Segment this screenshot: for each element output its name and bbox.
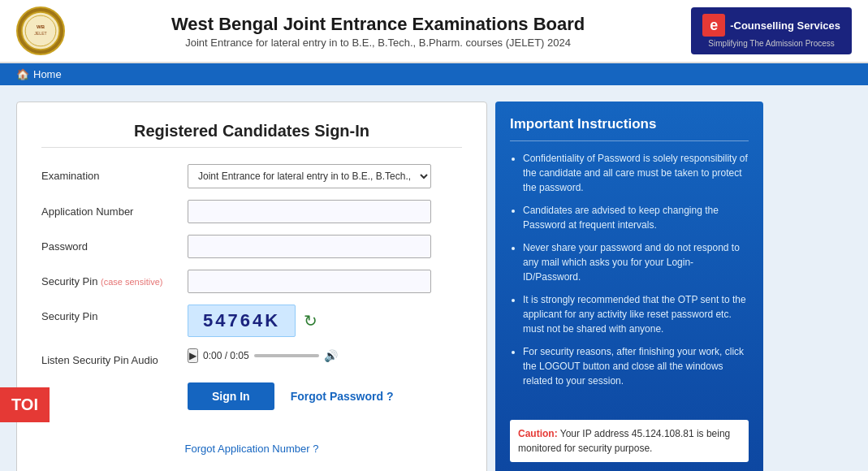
security-pin-display-label: Security Pin — [41, 305, 188, 322]
password-input[interactable] — [188, 235, 431, 258]
list-item: For security reasons, after finishing yo… — [523, 344, 749, 388]
main-content: Registered Candidates Sign-In Examinatio… — [0, 85, 868, 471]
app-number-input[interactable] — [188, 200, 431, 223]
header-title-block: West Bengal Joint Entrance Examinations … — [65, 14, 691, 49]
audio-progress-bar[interactable] — [254, 354, 319, 357]
svg-text:JELET: JELET — [34, 31, 47, 36]
brand-top: e -Counselling Services — [702, 14, 840, 37]
home-link[interactable]: 🏠 Home — [16, 68, 62, 80]
security-pin-display-row: Security Pin 54764K ↻ — [41, 305, 462, 337]
signin-button[interactable]: Sign In — [188, 382, 274, 410]
brand-sub: Simplifying The Admission Process — [708, 39, 834, 48]
brand-name: -Counselling Services — [730, 19, 840, 32]
nav-bar: 🏠 Home — [0, 63, 868, 85]
password-row: Password — [41, 235, 462, 258]
security-pin-value: 54764K — [188, 305, 296, 337]
caution-box: Caution: Your IP address 45.124.108.81 i… — [510, 420, 749, 462]
instructions-divider — [510, 140, 749, 141]
exam-label: Examination — [41, 164, 188, 182]
caution-label: Caution: — [518, 428, 558, 439]
svg-text:WB: WB — [37, 24, 45, 29]
app-number-input-wrapper[interactable] — [188, 200, 431, 223]
forgot-password-button[interactable]: Forgot Password ? — [291, 390, 394, 403]
list-item: It is strongly recommended that the OTP … — [523, 292, 749, 336]
audio-player: ▶ 0:00 / 0:05 🔊 — [188, 348, 338, 363]
board-subtitle: Joint Entrance for lateral entry in to B… — [65, 37, 691, 49]
board-logo: WB JELET — [16, 6, 65, 55]
signin-title: Registered Candidates Sign-In — [41, 122, 462, 148]
exam-select[interactable]: Joint Entrance for lateral entry in to B… — [188, 164, 431, 188]
volume-icon[interactable]: 🔊 — [324, 349, 338, 362]
refresh-pin-button[interactable]: ↻ — [304, 311, 317, 331]
app-number-row: Application Number — [41, 200, 462, 223]
play-audio-button[interactable]: ▶ — [188, 348, 198, 363]
listen-audio-label: Listen Security Pin Audio — [41, 348, 188, 366]
security-pin-input-row: Security Pin (case sensitive) — [41, 270, 462, 293]
exam-select-wrapper[interactable]: Joint Entrance for lateral entry in to B… — [188, 164, 431, 188]
list-item: Candidates are advised to keep changing … — [523, 203, 749, 232]
home-icon: 🏠 — [16, 68, 29, 80]
security-pin-sub-label: (case sensitive) — [101, 277, 162, 287]
security-pin-display: 54764K ↻ — [188, 305, 317, 337]
brand-e-letter: e — [702, 14, 725, 37]
security-pin-input-label: Security Pin (case sensitive) — [41, 270, 188, 287]
page-header: WB JELET West Bengal Joint Entrance Exam… — [0, 0, 868, 63]
security-pin-input[interactable] — [188, 270, 431, 293]
password-input-wrapper[interactable] — [188, 235, 431, 258]
exam-row: Examination Joint Entrance for lateral e… — [41, 164, 462, 188]
board-title: West Bengal Joint Entrance Examinations … — [65, 14, 691, 35]
forgot-app-number-link[interactable]: Forgot Application Number ? — [41, 443, 462, 455]
instructions-panel: Important Instructions Confidentiality o… — [495, 102, 763, 471]
instructions-list: Confidentiality of Password is solely re… — [510, 151, 749, 410]
security-pin-input-wrapper[interactable] — [188, 270, 431, 293]
header-logo: WB JELET — [16, 6, 65, 55]
password-label: Password — [41, 235, 188, 253]
instructions-title: Important Instructions — [510, 116, 749, 132]
form-buttons-row: Sign In Forgot Password ? — [41, 382, 462, 410]
signin-panel: Registered Candidates Sign-In Examinatio… — [16, 102, 487, 471]
home-label: Home — [33, 68, 62, 80]
brand-block: e -Counselling Services Simplifying The … — [691, 7, 852, 54]
listen-audio-row: Listen Security Pin Audio ▶ 0:00 / 0:05 … — [41, 348, 462, 366]
audio-time: 0:00 / 0:05 — [203, 350, 249, 361]
list-item: Never share your password and do not res… — [523, 240, 749, 284]
list-item: Confidentiality of Password is solely re… — [523, 151, 749, 195]
toi-badge: TOI — [0, 387, 50, 422]
app-number-label: Application Number — [41, 200, 188, 218]
